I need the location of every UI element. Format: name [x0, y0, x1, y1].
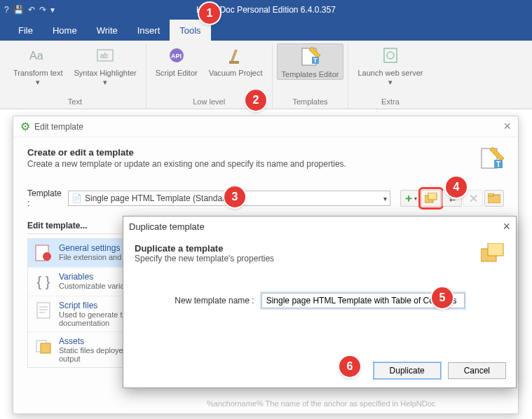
help-icon[interactable]: ? — [4, 5, 9, 15]
badge-5: 5 — [432, 287, 453, 308]
launch-web-server-button[interactable]: Launch web server ▾ — [353, 43, 428, 87]
ribbon-group-extra: Launch web server ▾ Extra — [348, 43, 432, 109]
dialog-title: Duplicate template — [129, 221, 205, 232]
svg-text:ab: ab — [100, 52, 109, 60]
placeholder-hint-text: %anchorname% The name of the anchor as s… — [207, 399, 435, 408]
launch-web-server-label: Launch web server — [357, 69, 423, 78]
qat-dropdown-icon[interactable]: ▾ — [50, 5, 55, 15]
script-editor-button[interactable]: API Script Editor — [151, 43, 203, 78]
name-form: New template name : — [123, 293, 516, 308]
quick-access-toolbar: ? 💾 ↶ ↷ ▾ — [0, 5, 59, 15]
undo-icon[interactable]: ↶ — [28, 5, 35, 15]
syntax-highlighter-label: Syntax Highlighter — [74, 69, 137, 78]
ribbon-group-label: Templates — [292, 96, 327, 109]
transform-text-button[interactable]: Aa Transform text ▾ — [8, 43, 68, 87]
duplicate-button[interactable]: Duplicate — [374, 362, 441, 379]
templates-editor-button[interactable]: T Templates Editor — [277, 43, 344, 80]
chevron-down-icon: ▾ — [388, 78, 393, 87]
ribbon-group-label: Text — [68, 96, 82, 109]
tab-write[interactable]: Write — [87, 20, 128, 41]
chevron-down-icon: ▾ — [103, 78, 107, 87]
vacuum-project-button[interactable]: Vacuum Project — [204, 43, 268, 78]
dialog-header: ⚙ Edit template × — [13, 116, 518, 137]
svg-text:T: T — [313, 57, 318, 64]
dialog-sub: Create a new template or update an exist… — [27, 159, 504, 169]
template-edit-icon: T — [480, 147, 504, 174]
dialog-heading: Duplicate a template — [135, 243, 505, 254]
svg-rect-15 — [428, 193, 437, 200]
ribbon-group-templates: T Templates Editor Templates — [273, 43, 349, 109]
ribbon-group-text: Aa Transform text ▾ ab Syntax Highlighte… — [4, 43, 146, 109]
templates-editor-label: Templates Editor — [282, 70, 339, 79]
svg-point-19 — [43, 252, 51, 261]
tab-insert[interactable]: Insert — [128, 20, 170, 41]
ribbon-group-label: Low level — [193, 96, 225, 109]
delete-template-button: ✕ — [463, 190, 483, 207]
tab-home[interactable]: Home — [43, 20, 87, 41]
duplicate-template-button[interactable] — [421, 190, 441, 207]
duplicate-template-dialog: Duplicate template × Duplicate a templat… — [123, 216, 517, 388]
dialog-heading: Create or edit a template — [27, 147, 504, 158]
svg-text:T: T — [496, 160, 500, 168]
dialog-sub: Specify the new template's properties — [135, 254, 505, 263]
svg-text:Aa: Aa — [29, 50, 43, 62]
chevron-down-icon: ▾ — [383, 195, 387, 202]
gear-icon: ⚙ — [20, 120, 30, 133]
settings-list-icon — [34, 243, 53, 263]
svg-rect-27 — [488, 243, 503, 256]
redo-icon[interactable]: ↷ — [39, 5, 46, 15]
save-icon[interactable]: 💾 — [13, 5, 24, 15]
chevron-down-icon: ▾ — [36, 78, 40, 87]
svg-rect-25 — [41, 343, 50, 353]
ribbon-tabs: File Home Write Insert Tools — [0, 20, 532, 41]
badge-2: 2 — [245, 90, 266, 111]
dialog-buttons: Duplicate Cancel — [374, 362, 506, 379]
tab-file[interactable]: File — [8, 20, 43, 41]
close-icon[interactable]: × — [503, 119, 511, 134]
html-doc-icon: 📄 — [71, 193, 82, 203]
svg-rect-9 — [384, 48, 397, 62]
braces-icon: { } — [34, 272, 53, 291]
svg-point-10 — [387, 52, 394, 59]
badge-6: 6 — [339, 356, 360, 377]
title-bar: ? 💾 ↶ ↷ ▾ HelpNDoc Personal Edition 6.4.… — [0, 0, 532, 20]
svg-rect-20 — [37, 303, 50, 318]
assets-icon — [34, 336, 53, 356]
syntax-highlighter-button[interactable]: ab Syntax Highlighter ▾ — [69, 43, 142, 87]
transform-text-label: Transform text — [13, 69, 63, 78]
name-label: New template name : — [175, 296, 254, 305]
ribbon-group-label: Extra — [381, 96, 400, 109]
open-folder-button[interactable] — [484, 190, 504, 207]
dialog-header: Duplicate template × — [123, 217, 516, 236]
template-label: Template : — [27, 188, 62, 208]
edit-template-heading: Edit template... — [27, 221, 132, 234]
add-template-button[interactable]: ＋▾ — [400, 190, 420, 207]
vacuum-project-label: Vacuum Project — [209, 69, 263, 78]
duplicate-folder-icon — [481, 243, 505, 266]
script-file-icon — [34, 301, 53, 320]
badge-1: 1 — [199, 3, 220, 24]
badge-4: 4 — [446, 177, 467, 198]
cancel-button[interactable]: Cancel — [448, 362, 506, 379]
template-row: Template : 📄 Single page HTML Template (… — [27, 188, 504, 208]
close-icon[interactable]: × — [503, 219, 510, 234]
svg-rect-17 — [488, 193, 493, 196]
svg-rect-5 — [229, 61, 239, 64]
badge-3: 3 — [224, 186, 245, 207]
svg-text:API: API — [171, 53, 182, 60]
dialog-title: Edit template — [34, 122, 83, 132]
script-editor-label: Script Editor — [156, 69, 198, 78]
